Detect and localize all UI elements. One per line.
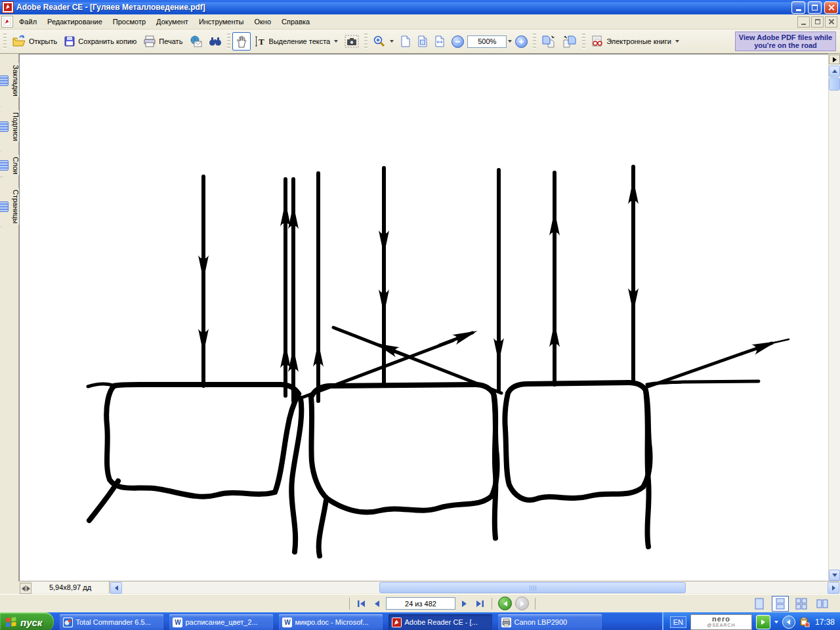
save-copy-label: Сохранить копию bbox=[78, 37, 136, 45]
restore-button[interactable] bbox=[808, 1, 822, 14]
nero-search-text: @SEARCH bbox=[707, 622, 735, 628]
ebooks-label: Электронные книги bbox=[606, 37, 671, 45]
adobe-ad-banner[interactable]: View Adobe PDF files while you're on the… bbox=[735, 32, 836, 51]
forward-arrow-icon bbox=[520, 601, 524, 606]
pdf-page[interactable] bbox=[19, 54, 828, 594]
single-page-icon bbox=[754, 598, 765, 610]
arrow-left-icon bbox=[115, 585, 118, 591]
page-back-icon bbox=[562, 35, 577, 48]
previous-view-button[interactable] bbox=[498, 597, 512, 610]
zoom-in-button[interactable] bbox=[512, 33, 531, 51]
print-button[interactable]: Печать bbox=[140, 33, 186, 50]
continuous-layout-button[interactable] bbox=[772, 596, 789, 612]
search-button[interactable] bbox=[205, 33, 225, 50]
task-adobe-reader[interactable]: Adobe Reader CE - [... bbox=[388, 614, 492, 630]
open-button[interactable]: Открыть bbox=[9, 32, 60, 51]
menu-help[interactable]: Справка bbox=[277, 16, 314, 28]
printer-status-tray-icon[interactable] bbox=[799, 617, 810, 627]
back-arrow-icon bbox=[503, 601, 507, 606]
task-canon-printer[interactable]: Canon LBP2900 bbox=[498, 614, 602, 630]
prev-page-button[interactable] bbox=[371, 598, 383, 610]
snapshot-button[interactable] bbox=[341, 32, 362, 51]
hand-tool-button[interactable] bbox=[232, 32, 251, 51]
vertical-scrollbar[interactable] bbox=[828, 54, 840, 581]
menu-tools[interactable]: Инструменты bbox=[194, 16, 249, 28]
horizontal-scrollbar[interactable] bbox=[122, 581, 828, 593]
pages-icon bbox=[0, 201, 9, 212]
chevron-down-icon[interactable] bbox=[334, 40, 338, 43]
scroll-right-button[interactable] bbox=[828, 582, 839, 594]
page-number-input[interactable]: 24 из 482 bbox=[386, 597, 455, 610]
title-bar: Adobe Reader CE - [Гуляев Металловедение… bbox=[0, 0, 840, 14]
next-view-button[interactable] bbox=[515, 597, 529, 610]
windows-logo-icon bbox=[5, 616, 17, 628]
next-page-view-button[interactable] bbox=[538, 32, 559, 51]
tab-signatures[interactable]: Подписи bbox=[0, 106, 22, 144]
first-page-icon bbox=[357, 600, 366, 608]
doc-restore-button[interactable] bbox=[811, 16, 824, 28]
first-page-button[interactable] bbox=[356, 598, 368, 610]
scroll-up-button[interactable] bbox=[829, 66, 840, 77]
fit-width-button[interactable] bbox=[431, 33, 448, 50]
task-word-doc-2[interactable]: W микро.doc - Microsof... bbox=[279, 614, 383, 630]
tab-bookmarks[interactable]: Закладки bbox=[0, 59, 22, 100]
scroll-down-button[interactable] bbox=[829, 570, 840, 581]
facing-layout-button[interactable] bbox=[814, 596, 831, 612]
vertical-scroll-thumb[interactable] bbox=[829, 77, 840, 91]
save-copy-button[interactable]: Сохранить копию bbox=[60, 33, 140, 50]
snapshot-camera-icon bbox=[345, 35, 359, 48]
toolbar-grip[interactable] bbox=[533, 33, 536, 49]
single-page-button[interactable] bbox=[751, 596, 768, 612]
nero-search-box[interactable]: nero @SEARCH bbox=[690, 614, 752, 630]
email-icon bbox=[189, 35, 202, 47]
toolbar-grip[interactable] bbox=[582, 33, 585, 49]
toolbar-grip[interactable] bbox=[227, 33, 230, 49]
prev-page-view-button[interactable] bbox=[559, 32, 580, 51]
last-page-button[interactable] bbox=[474, 598, 486, 610]
task-total-commander[interactable]: Total Commander 6.5... bbox=[60, 614, 163, 630]
start-button[interactable]: пуск bbox=[0, 612, 54, 630]
horizontal-scroll-thumb[interactable] bbox=[379, 582, 686, 593]
email-button[interactable] bbox=[186, 33, 205, 50]
chevron-down-icon[interactable] bbox=[675, 40, 679, 43]
tab-pages[interactable]: Страницы bbox=[0, 184, 22, 227]
doc-close-button[interactable] bbox=[825, 16, 837, 28]
pane-expand-button[interactable] bbox=[829, 54, 840, 64]
select-text-button[interactable]: T Выделение текста bbox=[251, 33, 341, 50]
zoom-level-input[interactable]: 500% bbox=[467, 35, 507, 48]
next-page-button[interactable] bbox=[459, 598, 471, 610]
menu-document[interactable]: Документ bbox=[152, 16, 193, 28]
windows-taskbar: пуск Total Commander 6.5... W расписание… bbox=[0, 612, 840, 630]
zoom-in-tool-button[interactable] bbox=[369, 32, 397, 51]
language-indicator[interactable]: EN bbox=[670, 616, 686, 628]
arrow-down-icon bbox=[832, 574, 837, 577]
tray-dropdown-chevron[interactable] bbox=[774, 621, 778, 623]
chevron-down-icon[interactable] bbox=[390, 40, 394, 43]
task-label: Canon LBP2900 bbox=[514, 618, 567, 626]
window-title: Adobe Reader CE - [Гуляев Металловедение… bbox=[16, 3, 789, 12]
print-label: Печать bbox=[159, 37, 182, 45]
continuous-facing-button[interactable] bbox=[793, 596, 810, 612]
scroll-left-button[interactable] bbox=[110, 582, 122, 594]
tray-collapse-button[interactable] bbox=[782, 616, 795, 629]
ebooks-button[interactable]: Электронные книги bbox=[587, 33, 682, 50]
toolbar-grip[interactable] bbox=[3, 33, 7, 49]
toolbar-grip[interactable] bbox=[364, 33, 368, 49]
task-label: расписание_цвет_2... bbox=[185, 618, 257, 626]
toolbar: Открыть Сохранить копию Печать bbox=[0, 30, 840, 54]
fit-page-button[interactable] bbox=[414, 33, 431, 50]
doc-minimize-button[interactable] bbox=[797, 16, 810, 28]
splitter-handle[interactable] bbox=[20, 583, 32, 594]
menu-view[interactable]: Просмотр bbox=[108, 16, 150, 28]
menu-edit[interactable]: Редактирование bbox=[43, 16, 107, 28]
actual-size-button[interactable] bbox=[397, 33, 414, 50]
task-word-doc-1[interactable]: W расписание_цвет_2... bbox=[169, 614, 273, 630]
minimize-button[interactable] bbox=[791, 1, 805, 14]
menu-window[interactable]: Окно bbox=[249, 16, 276, 28]
menu-file[interactable]: Файл bbox=[14, 16, 41, 28]
zoom-out-button[interactable] bbox=[448, 33, 467, 51]
tab-layers[interactable]: Слои bbox=[0, 151, 22, 178]
taskbar-clock[interactable]: 17:38 bbox=[815, 618, 835, 627]
close-button[interactable] bbox=[824, 1, 838, 14]
tray-go-button[interactable] bbox=[756, 615, 770, 629]
